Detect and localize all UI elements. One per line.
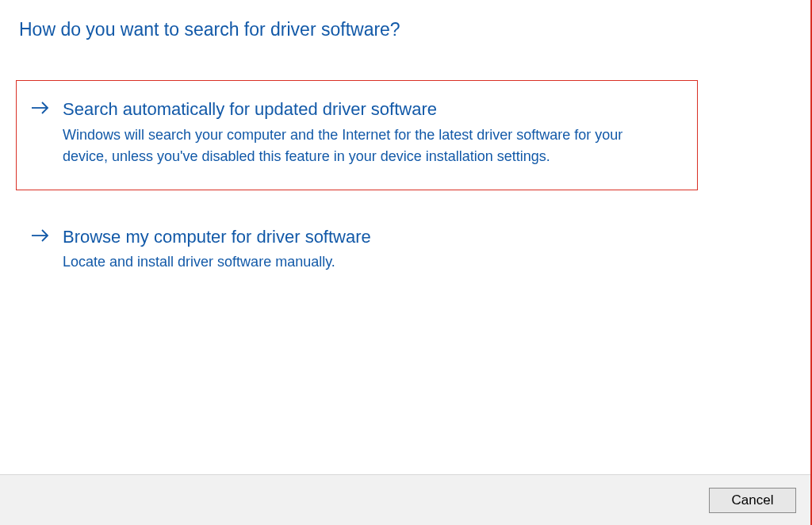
option-title: Search automatically for updated driver …: [63, 98, 681, 121]
option-search-automatically[interactable]: Search automatically for updated driver …: [16, 80, 698, 190]
cancel-button[interactable]: Cancel: [709, 488, 796, 513]
option-text-wrapper: Browse my computer for driver software L…: [63, 226, 681, 274]
arrow-right-icon: [31, 101, 55, 120]
option-description: Locate and install driver software manua…: [63, 251, 657, 273]
option-title: Browse my computer for driver software: [63, 226, 681, 249]
page-title: How do you want to search for driver sof…: [16, 19, 795, 40]
option-text-wrapper: Search automatically for updated driver …: [63, 98, 681, 167]
option-browse-computer[interactable]: Browse my computer for driver software L…: [16, 208, 698, 297]
dialog-footer: Cancel: [0, 474, 810, 525]
arrow-right-icon: [31, 228, 55, 247]
option-description: Windows will search your computer and th…: [63, 125, 657, 167]
dialog-content: How do you want to search for driver sof…: [0, 0, 810, 473]
